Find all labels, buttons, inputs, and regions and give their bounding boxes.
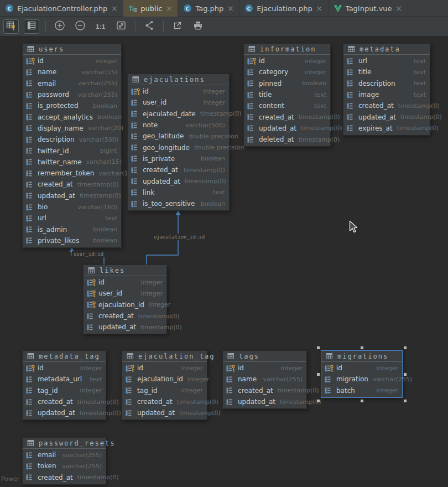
column-row: namevarchar(15)	[23, 66, 121, 77]
editor-tab-Tag.php[interactable]: CTag.php×	[178, 0, 239, 17]
column-type: integer	[177, 387, 203, 394]
table-header[interactable]: migrations	[321, 351, 402, 362]
column-name: content	[259, 102, 284, 110]
selection-handle[interactable]	[361, 346, 363, 349]
column-icon	[26, 398, 35, 406]
column-row: linktext	[128, 187, 229, 198]
table-migrations[interactable]: migrationsidintegermigrationvarchar(255)…	[321, 350, 403, 398]
editor-tab-Ejaculation.php[interactable]: CEjaculation.php×	[239, 0, 329, 17]
table-grid-icon	[127, 353, 134, 360]
table-header[interactable]: metadata_tag	[23, 351, 106, 362]
apply-layout-button[interactable]	[142, 19, 157, 34]
table-likes[interactable]: likesidintegeruser_idintegerejaculation_…	[83, 265, 167, 334]
show-columns-button[interactable]	[24, 19, 39, 34]
column-name: geo_longitude	[143, 144, 190, 152]
table-name: ejaculations	[144, 76, 205, 84]
column-row: pinnedboolean	[244, 78, 330, 89]
selection-handle[interactable]	[404, 400, 407, 402]
column-type: integer	[199, 88, 225, 95]
table-ejaculation_tag[interactable]: ejaculation_tagidintegerejaculation_idin…	[122, 350, 207, 420]
column-type: timestamp(0)	[134, 313, 180, 320]
column-name: created_at	[259, 113, 294, 121]
table-columns: idintegermetadata_urltexttag_idintegercr…	[23, 362, 106, 419]
selection-handle[interactable]	[404, 373, 407, 376]
close-icon[interactable]: ×	[227, 4, 234, 12]
column-name: tag_id	[38, 387, 58, 395]
column-name: category	[259, 68, 288, 76]
table-metadata_tag[interactable]: metadata_tagidintegermetadata_urltexttag…	[22, 350, 106, 420]
selection-handle[interactable]	[361, 400, 363, 402]
zoom-out-button[interactable]	[72, 19, 88, 34]
column-type: varchar(15)	[77, 69, 117, 76]
column-icon	[87, 324, 96, 331]
column-icon	[26, 410, 35, 417]
column-type: varchar(255)	[368, 376, 412, 383]
indexed-column-icon	[26, 215, 35, 222]
table-password_resets[interactable]: password_resetsemailvarchar(255)tokenvar…	[22, 437, 106, 485]
close-icon[interactable]: ×	[316, 4, 323, 12]
table-columns: idintegerejaculation_idintegertag_idinte…	[122, 362, 207, 419]
close-icon[interactable]: ×	[395, 4, 403, 12]
selection-handle[interactable]	[404, 346, 407, 349]
fit-content-button[interactable]	[113, 19, 129, 34]
table-columns: idintegeruser_idintegerejaculation_idint…	[84, 276, 166, 334]
table-header[interactable]: ejaculation_tag	[122, 351, 207, 362]
table-metadata[interactable]: metadataurltexttitletextdescriptiontexti…	[343, 43, 430, 136]
table-name: metadata	[360, 45, 400, 53]
selection-handle[interactable]	[317, 346, 320, 349]
column-type: boolean	[88, 102, 117, 110]
table-columns: idintegermigrationvarchar(255)batchinteg…	[321, 362, 402, 397]
table-header[interactable]: users	[23, 44, 121, 55]
column-row: descriptionvarchar(500)	[23, 134, 121, 145]
table-name: password_resets	[39, 439, 115, 447]
php-class-icon: C	[244, 4, 253, 13]
column-icon	[226, 387, 236, 394]
table-users[interactable]: usersidintegernamevarchar(15)emailvarcha…	[22, 43, 122, 248]
column-row: ejaculation_idinteger	[122, 374, 207, 385]
primary-key-icon	[247, 58, 257, 65]
print-button[interactable]	[190, 19, 206, 34]
selection-handle[interactable]	[317, 400, 320, 402]
indexed-column-icon	[26, 387, 35, 394]
show-key-columns-button[interactable]	[3, 19, 19, 34]
editor-tab-EjaculationController.php[interactable]: CEjaculationController.php×	[0, 0, 123, 17]
table-header[interactable]: tags	[223, 351, 306, 362]
table-header[interactable]: password_resets	[23, 438, 106, 449]
table-header[interactable]: likes	[84, 265, 166, 276]
close-icon[interactable]: ×	[111, 4, 118, 12]
table-grid-icon	[132, 76, 139, 83]
selection-handle[interactable]	[317, 373, 320, 376]
close-icon[interactable]: ×	[165, 4, 173, 12]
table-header[interactable]: ejaculations	[128, 74, 229, 85]
column-name: created_at	[137, 398, 173, 406]
column-row: is_adminboolean	[23, 224, 121, 235]
column-type: integer	[183, 376, 209, 383]
diagram-canvas[interactable]: Power user_id:idejaculation_id:idusersid…	[0, 37, 448, 487]
column-type: integer	[91, 58, 117, 65]
table-header[interactable]: metadata	[343, 44, 430, 55]
table-information[interactable]: informationidintegercategoryintegerpinne…	[243, 43, 331, 147]
column-type: varchar(255)	[74, 91, 117, 99]
column-name: batch	[336, 387, 355, 395]
column-row: created_attimestamp(0)	[223, 385, 306, 396]
export-button[interactable]	[170, 19, 185, 34]
column-type: timestamp(0)	[73, 474, 119, 481]
table-ejaculations[interactable]: ejaculationsidintegeruser_idintegerejacu…	[127, 74, 230, 211]
table-header[interactable]: information	[244, 44, 330, 55]
column-name: description	[38, 136, 75, 143]
editor-tab-TagInput.vue[interactable]: TagInput.vue×	[329, 0, 408, 17]
column-name: updated_at	[38, 192, 75, 200]
column-name: pinned	[259, 80, 282, 87]
column-name: created_at	[358, 102, 394, 110]
column-name: created_at	[98, 312, 134, 320]
zoom-in-button[interactable]	[52, 19, 67, 34]
column-row: biovarchar(160)	[23, 201, 121, 213]
column-name: id	[38, 57, 44, 65]
column-type: boolean	[88, 226, 117, 233]
table-grid-icon	[248, 45, 256, 53]
table-tags[interactable]: tagsidintegernamevarchar(255)created_att…	[222, 350, 307, 409]
indexed-column-icon	[347, 69, 356, 76]
actual-size-button[interactable]: 1:1	[93, 19, 108, 34]
editor-tab-public[interactable]: public×	[123, 0, 178, 17]
php-class-icon: C	[5, 4, 14, 13]
